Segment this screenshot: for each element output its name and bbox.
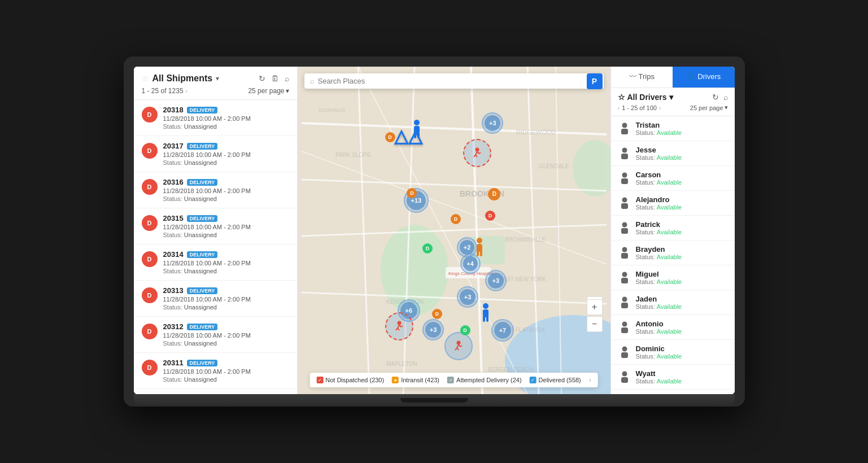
driver-item[interactable]: Dominic Status: Available xyxy=(611,340,735,365)
driver-item[interactable]: Jaden Status: Available xyxy=(611,290,735,315)
drivers-refresh-icon[interactable]: ↻ xyxy=(712,93,719,102)
driver-info: Carson Status: Available xyxy=(636,171,728,186)
driver-info: Tristan Status: Available xyxy=(636,121,728,136)
svg-rect-81 xyxy=(621,377,628,383)
shipment-info: 20317 DELIVERY 11/28/2018 10:00 AM - 2:0… xyxy=(163,142,289,166)
d-marker-4[interactable]: D xyxy=(485,211,495,221)
intransit-checkbox[interactable]: ● xyxy=(392,377,399,383)
cluster-marker[interactable]: +3 xyxy=(485,270,507,291)
shipments-next-arrow[interactable]: › xyxy=(186,88,188,94)
svg-point-80 xyxy=(622,371,627,376)
cluster-marker[interactable]: +3 xyxy=(422,319,444,340)
d-marker-6[interactable]: D xyxy=(432,309,442,319)
zoom-in-button[interactable]: + xyxy=(587,299,603,315)
shipment-item[interactable]: D 20314 DELIVERY 11/28/2018 10:00 AM - 2… xyxy=(134,244,297,281)
shipment-status: Status: Unassigned xyxy=(163,304,289,311)
svg-rect-63 xyxy=(621,154,628,159)
shipment-avatar: D xyxy=(142,107,158,123)
tab-trips[interactable]: 〰 Trips xyxy=(611,67,673,88)
svg-point-66 xyxy=(622,197,627,202)
legend-not-dispatched[interactable]: ✓ Not Dispatched (230) xyxy=(316,377,384,383)
d-marker-3[interactable]: D xyxy=(451,214,461,224)
svg-line-57 xyxy=(457,348,459,350)
svg-line-45 xyxy=(476,155,477,157)
driver-item[interactable]: Antonio Status: Available xyxy=(611,315,735,340)
person-marker-orange-1[interactable] xyxy=(473,237,486,261)
per-page-selector[interactable]: 25 per page ▾ xyxy=(248,87,289,95)
driver-item[interactable]: Patrick Status: Available xyxy=(611,216,735,241)
drivers-per-page[interactable]: 25 per page ▾ xyxy=(690,104,728,111)
d-marker-7[interactable]: D xyxy=(460,325,470,335)
driver-info: Jesse Status: Available xyxy=(636,146,728,161)
driver-status: Status: Available xyxy=(636,204,728,211)
driver-info: Brayden Status: Available xyxy=(636,245,728,260)
svg-line-46 xyxy=(477,151,479,154)
drivers-dropdown-icon[interactable]: ▾ xyxy=(669,93,673,102)
driver-item[interactable]: Brayden Status: Available xyxy=(611,241,735,265)
d-marker-1[interactable]: D xyxy=(385,132,395,142)
not-dispatched-checkbox[interactable]: ✓ xyxy=(316,377,323,383)
calendar-icon[interactable]: 🗓 xyxy=(271,74,279,83)
driver-item[interactable]: Carson Status: Available xyxy=(611,166,735,191)
yellow-marker[interactable]: D xyxy=(488,188,500,200)
svg-rect-73 xyxy=(621,278,628,283)
star-drivers-icon[interactable]: ☆ xyxy=(618,93,625,102)
map-search-input[interactable] xyxy=(318,77,598,85)
left-header: ☆ All Shipments ▾ ↻ 🗓 ⌕ 1 - 25 of 1235 › xyxy=(134,67,297,100)
driver-item[interactable]: Miguel Status: Available xyxy=(611,265,735,290)
drivers-prev-arrow[interactable]: ‹ xyxy=(618,104,620,111)
driver-item[interactable]: Tristan Status: Available xyxy=(611,116,735,141)
shipment-item[interactable]: D 20316 DELIVERY 11/28/2018 10:00 AM - 2… xyxy=(134,172,297,208)
shipment-item[interactable]: D 20315 DELIVERY 11/28/2018 10:00 AM - 2… xyxy=(134,208,297,244)
svg-rect-41 xyxy=(486,316,488,322)
person-marker-blue-1[interactable] xyxy=(410,119,424,143)
shipment-item[interactable]: D 20312 DELIVERY 11/28/2018 10:00 AM - 2… xyxy=(134,317,297,353)
legend-intransit[interactable]: ● Intransit (423) xyxy=(392,377,439,383)
shipment-item[interactable]: D 20311 DELIVERY 11/28/2018 10:00 AM - 2… xyxy=(134,353,297,389)
runner-marker-1[interactable] xyxy=(463,139,491,167)
shipment-id: 20318 xyxy=(163,106,184,114)
svg-line-51 xyxy=(398,328,399,330)
shipments-dropdown-icon[interactable]: ▾ xyxy=(216,75,219,82)
zoom-out-button[interactable]: − xyxy=(587,316,603,332)
driver-name: Jesse xyxy=(636,146,728,154)
shipment-item[interactable]: D 20317 DELIVERY 11/28/2018 10:00 AM - 2… xyxy=(134,136,297,172)
driver-item[interactable]: Alejandro Status: Available xyxy=(611,191,735,216)
trips-icon: 〰 xyxy=(629,72,636,81)
shipment-status: Status: Unassigned xyxy=(163,231,289,238)
delivered-checkbox[interactable]: ✓ xyxy=(530,377,536,383)
legend-attempted[interactable]: ✓ Attempted Delivery (24) xyxy=(447,377,522,383)
shipment-time: 11/28/2018 10:00 AM - 2:00 PM xyxy=(163,296,289,303)
runner-marker-2[interactable] xyxy=(385,312,413,340)
drivers-next-arrow[interactable]: › xyxy=(659,104,661,111)
shipment-item[interactable]: D 20318 DELIVERY 11/28/2018 10:00 AM - 2… xyxy=(134,100,297,136)
shipment-item[interactable]: D 20310 DELIVERY 11/28/2018 10:00 AM - 2… xyxy=(134,389,297,394)
d-marker-2[interactable]: D xyxy=(407,188,417,198)
person-marker-blue-2[interactable] xyxy=(479,303,492,326)
shipment-status: Status: Unassigned xyxy=(163,123,289,130)
svg-line-47 xyxy=(479,152,481,154)
driver-status: Status: Available xyxy=(636,129,728,136)
svg-rect-67 xyxy=(621,203,628,209)
shipment-item[interactable]: D 20313 DELIVERY 11/28/2018 10:00 AM - 2… xyxy=(134,281,297,317)
attempted-checkbox[interactable]: ✓ xyxy=(447,377,454,383)
svg-line-52 xyxy=(399,325,401,327)
star-icon[interactable]: ☆ xyxy=(142,74,149,83)
driver-name: Wyatt xyxy=(636,369,728,378)
runner-marker-3[interactable] xyxy=(444,332,473,360)
driver-item[interactable]: Jesse Status: Available xyxy=(611,141,735,166)
delivery-badge: DELIVERY xyxy=(187,360,218,366)
drivers-search-icon[interactable]: ⌕ xyxy=(723,93,728,102)
search-icon[interactable]: ⌕ xyxy=(285,74,289,83)
driver-item[interactable]: Wyatt Status: Available xyxy=(611,365,735,390)
legend-expand-arrow[interactable]: › xyxy=(589,376,591,384)
driver-info: Jaden Status: Available xyxy=(636,295,728,310)
cluster-marker[interactable]: +7 xyxy=(491,319,514,342)
tab-drivers[interactable]: 👤 Drivers xyxy=(673,67,735,88)
refresh-icon[interactable]: ↻ xyxy=(259,74,265,83)
svg-point-62 xyxy=(622,147,627,152)
cluster-marker[interactable]: +3 xyxy=(457,286,478,308)
map-p-button[interactable]: P xyxy=(587,73,603,89)
trips-tab-label: Trips xyxy=(639,72,655,81)
legend-delivered[interactable]: ✓ Delivered (558) xyxy=(530,377,581,383)
